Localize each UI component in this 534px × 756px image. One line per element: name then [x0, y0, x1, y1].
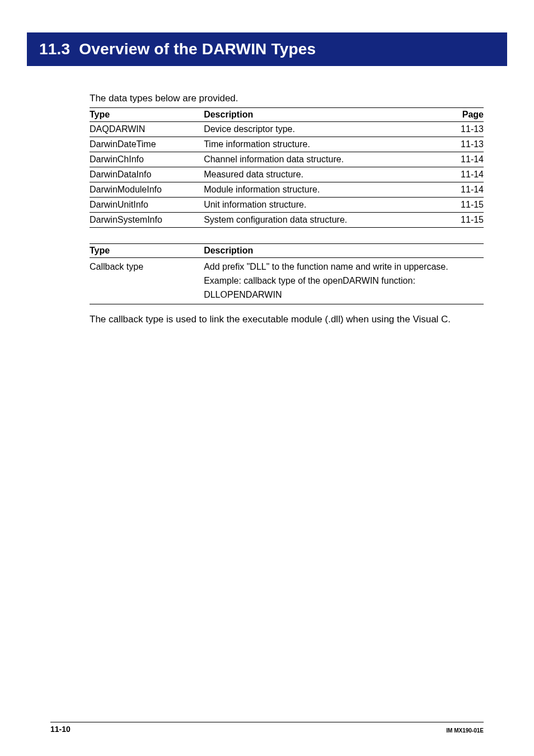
cell-page: 11-15	[444, 198, 484, 213]
cell-type: DarwinChInfo	[90, 152, 204, 167]
cell-description: Time information structure.	[204, 137, 444, 152]
cell-page: 11-14	[444, 182, 484, 198]
intro-text: The data types below are provided.	[90, 93, 484, 104]
types-table: Type Description Page DAQDARWIN Device d…	[90, 107, 484, 228]
table-row: DAQDARWIN Device descriptor type. 11-13	[90, 122, 484, 137]
cell-type: DarwinDataInfo	[90, 167, 204, 182]
table-row: DarwinModuleInfo Module information stru…	[90, 182, 484, 198]
cell-page: 11-13	[444, 137, 484, 152]
cell-description: Add prefix "DLL" to the function name an…	[204, 258, 484, 304]
section-title-text: 11.3 Overview of the DARWIN Types	[39, 40, 316, 58]
header-description: Description	[204, 108, 444, 122]
header-page: Page	[444, 108, 484, 122]
section-title: Overview of the DARWIN Types	[79, 40, 316, 58]
callback-desc-line2: Example: callback type of the openDARWIN…	[204, 276, 415, 285]
table-row: DarwinDataInfo Measured data structure. …	[90, 167, 484, 182]
footer-doc-id: IM MX190-01E	[446, 727, 484, 734]
table-header-row: Type Description	[90, 244, 484, 258]
table-row: Callback type Add prefix "DLL" to the fu…	[90, 258, 484, 304]
table-row: DarwinDateTime Time information structur…	[90, 137, 484, 152]
cell-type: DarwinUnitInfo	[90, 198, 204, 213]
cell-type: DarwinModuleInfo	[90, 182, 204, 198]
table-header-row: Type Description Page	[90, 108, 484, 122]
callback-table: Type Description Callback type Add prefi…	[90, 243, 484, 304]
cell-description: System configuration data structure.	[204, 213, 444, 228]
cell-page: 11-15	[444, 213, 484, 228]
table-row: DarwinUnitInfo Unit information structur…	[90, 198, 484, 213]
cell-page: 11-13	[444, 122, 484, 137]
page-footer: 11-10 IM MX190-01E	[50, 722, 484, 734]
cell-type: DAQDARWIN	[90, 122, 204, 137]
section-title-banner: 11.3 Overview of the DARWIN Types	[27, 32, 507, 66]
cell-page: 11-14	[444, 167, 484, 182]
table-row: DarwinSystemInfo System configuration da…	[90, 213, 484, 228]
header-type: Type	[90, 108, 204, 122]
callback-desc-line3: DLLOPENDARWIN	[204, 290, 282, 299]
cell-description: Unit information structure.	[204, 198, 444, 213]
callback-desc-line1: Add prefix "DLL" to the function name an…	[204, 262, 448, 271]
header-description: Description	[204, 244, 484, 258]
cell-description: Measured data structure.	[204, 167, 444, 182]
header-type: Type	[90, 244, 204, 258]
cell-description: Channel information data structure.	[204, 152, 444, 167]
cell-type: DarwinSystemInfo	[90, 213, 204, 228]
note-text: The callback type is used to link the ex…	[90, 312, 484, 327]
cell-type: Callback type	[90, 258, 204, 304]
section-number: 11.3	[39, 40, 70, 58]
footer-page-number: 11-10	[50, 725, 71, 734]
table-row: DarwinChInfo Channel information data st…	[90, 152, 484, 167]
cell-description: Device descriptor type.	[204, 122, 444, 137]
cell-description: Module information structure.	[204, 182, 444, 198]
cell-page: 11-14	[444, 152, 484, 167]
cell-type: DarwinDateTime	[90, 137, 204, 152]
